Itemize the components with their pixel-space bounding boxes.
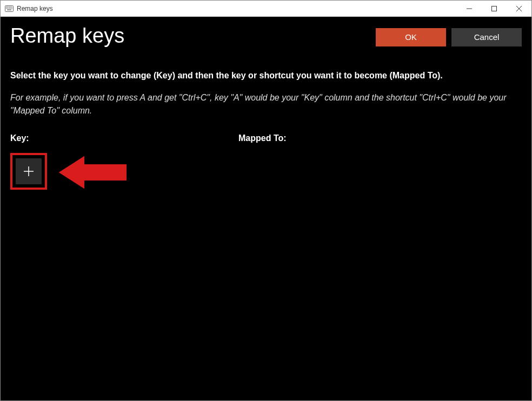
content-area: Remap keys OK Cancel Select the key you … [1,17,531,401]
svg-rect-6 [6,8,7,9]
mapped-to-column: Mapped To: [238,133,522,190]
key-column-label: Key: [10,133,238,143]
svg-rect-11 [7,9,11,10]
svg-rect-13 [492,6,497,11]
svg-rect-1 [6,6,7,8]
svg-marker-18 [58,155,127,190]
svg-rect-8 [9,8,10,9]
plus-icon [22,165,35,178]
annotation-highlight-box [10,153,47,190]
titlebar: Remap keys [1,1,531,17]
mapped-to-column-label: Mapped To: [238,133,522,143]
instruction-example-text: For example, if you want to press A and … [10,91,522,117]
window-controls [457,1,531,16]
body-area: Select the key you want to change (Key) … [1,48,531,190]
cancel-button[interactable]: Cancel [451,28,522,46]
minimize-button[interactable] [457,1,482,16]
close-button[interactable] [507,1,531,16]
svg-rect-10 [11,8,12,9]
key-column: Key: [10,133,238,190]
window-title: Remap keys [17,5,53,12]
instruction-text: Select the key you want to change (Key) … [10,70,522,82]
svg-rect-7 [8,8,9,9]
maximize-button[interactable] [482,1,507,16]
svg-rect-5 [11,6,12,8]
add-key-button[interactable] [16,158,42,184]
page-title: Remap keys [10,24,124,48]
ok-button[interactable]: OK [376,28,446,46]
titlebar-left: Remap keys [1,5,53,12]
svg-rect-3 [9,6,10,8]
svg-rect-2 [8,6,9,8]
annotation-arrow-icon [58,152,128,195]
keyboard-icon [5,5,14,12]
header-buttons: OK Cancel [376,28,522,46]
header-row: Remap keys OK Cancel [1,17,531,48]
svg-rect-4 [10,6,11,8]
columns-row: Key: [10,133,522,190]
svg-rect-9 [10,8,11,9]
add-button-wrap [10,153,47,190]
